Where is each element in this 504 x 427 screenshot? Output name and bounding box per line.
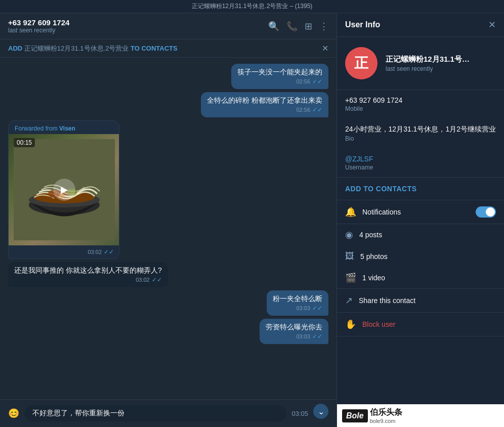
forward-source: Visen bbox=[59, 125, 75, 132]
video-container[interactable]: 00:15 ▶ bbox=[9, 134, 119, 245]
watermark-logo: Bole bbox=[342, 409, 368, 422]
info-panel-title: User Info bbox=[345, 20, 380, 29]
watermark-url: bole9.com bbox=[370, 418, 402, 424]
chat-header-actions: 🔍 📞 ⊞ ⋮ bbox=[268, 21, 328, 32]
photos-label: 5 photos bbox=[360, 252, 388, 261]
read-checkmarks: ✓✓ bbox=[152, 276, 162, 283]
user-status: last seen recently bbox=[386, 65, 470, 72]
forwarded-video-bubble: Forwarded from Visen bbox=[8, 120, 119, 259]
bio-value: 24小时营业，12月31.1号休息，1月2号继续营业 bbox=[345, 125, 496, 134]
play-button[interactable]: ▶ bbox=[53, 179, 75, 201]
read-checkmarks: ✓✓ bbox=[312, 333, 322, 340]
time-label: 03:05 bbox=[291, 410, 308, 417]
chat-status: last seen recently bbox=[8, 27, 69, 34]
notifications-label: Notifications bbox=[362, 208, 401, 216]
avatar-char: 正 bbox=[354, 54, 368, 73]
watermark: Bole 伯乐头条 bole9.com bbox=[337, 404, 504, 427]
username-value: @ZJLSF bbox=[345, 155, 496, 163]
video-read: ✓✓ bbox=[104, 248, 114, 255]
message-text: 劳资特么曝光你去 bbox=[266, 323, 322, 331]
share-contact-label: Share this contact bbox=[359, 296, 415, 305]
message-time: 03:03 bbox=[296, 305, 310, 311]
video-icon: 🎬 bbox=[345, 272, 356, 283]
phone-button[interactable]: 📞 bbox=[286, 21, 298, 32]
message-time: 03:02 bbox=[136, 277, 150, 283]
message-text: 还是我同事推的 你就这么拿别人不要的糊弄人? bbox=[14, 266, 162, 274]
username-field: @ZJLSF Username bbox=[337, 149, 504, 177]
read-checkmarks: ✓✓ bbox=[312, 305, 322, 312]
chat-panel: +63 927 609 1724 last seen recently 🔍 📞 … bbox=[0, 13, 337, 427]
message-time: 02:56 bbox=[296, 78, 310, 84]
posts-stat[interactable]: ◉ 4 posts bbox=[337, 224, 504, 246]
bio-field: 24小时营业，12月31.1号休息，1月2号继续营业 Bio bbox=[337, 119, 504, 149]
emoji-icon[interactable]: 😊 bbox=[8, 408, 19, 419]
chat-header-info: +63 927 609 1724 last seen recently bbox=[8, 18, 69, 34]
message-bubble: 粉一夹全特么断 03:03 ✓✓ bbox=[267, 290, 328, 316]
add-contacts-close-button[interactable]: ✕ bbox=[322, 44, 328, 53]
forwarded-header: Forwarded from Visen bbox=[9, 121, 119, 134]
videos-label: 1 video bbox=[362, 274, 385, 282]
columns-button[interactable]: ⊞ bbox=[305, 21, 312, 32]
message-time: 02:56 bbox=[296, 107, 310, 113]
phone-value: +63 927 609 1724 bbox=[345, 96, 496, 104]
chat-header: +63 927 609 1724 last seen recently 🔍 📞 … bbox=[0, 13, 337, 39]
message-row: 筷子一夹没一个能夹起来的 02:56 ✓✓ bbox=[8, 64, 328, 89]
video-duration: 00:15 bbox=[14, 138, 35, 147]
notifications-row: 🔔 Notifications bbox=[337, 200, 504, 224]
media-stats: ◉ 4 posts 🖼 5 photos 🎬 1 video bbox=[337, 224, 504, 289]
avatar-section: 正 正记螺蛳粉12月31.1号… last seen recently bbox=[337, 37, 504, 90]
notifications-toggle[interactable] bbox=[476, 206, 496, 218]
more-button[interactable]: ⋮ bbox=[319, 21, 328, 32]
add-contacts-text: ADD 正记螺蛳粉12月31.1号休息.2号营业 TO CONTACTS bbox=[8, 44, 178, 53]
block-user-row[interactable]: ✋ Block user bbox=[337, 313, 504, 336]
read-checkmarks: ✓✓ bbox=[312, 78, 322, 85]
posts-label: 4 posts bbox=[359, 231, 382, 239]
messages-area: 筷子一夹没一个能夹起来的 02:56 ✓✓ 全特么的碎粉 粉都泡断了还拿出来卖 … bbox=[0, 58, 337, 399]
title-bar: 正记螺蛳粉12月31.1号休息.2号营业 – (1395) bbox=[0, 0, 504, 13]
video-time: 03:02 bbox=[88, 249, 102, 255]
info-panel-header: User Info ✕ bbox=[337, 13, 504, 37]
notifications-left: 🔔 Notifications bbox=[345, 206, 401, 218]
add-to-contacts-button[interactable]: ADD TO CONTACTS bbox=[337, 178, 504, 200]
message-bubble: 还是我同事推的 你就这么拿别人不要的糊弄人? 03:02 ✓✓ bbox=[8, 262, 168, 287]
search-button[interactable]: 🔍 bbox=[268, 21, 279, 32]
actions-section: ↗ Share this contact ✋ Block user bbox=[337, 289, 504, 336]
message-text: 筷子一夹没一个能夹起来的 bbox=[237, 68, 322, 76]
add-contacts-prefix: ADD bbox=[8, 45, 24, 52]
phone-label: Mobile bbox=[345, 105, 496, 112]
message-text: 粉一夹全特么断 bbox=[273, 294, 322, 303]
message-row: Forwarded from Visen bbox=[8, 120, 328, 259]
message-row: 全特么的碎粉 粉都泡断了还拿出来卖 02:56 ✓✓ bbox=[8, 92, 328, 117]
watermark-text-main: 伯乐头条 bbox=[370, 407, 402, 418]
message-row: 还是我同事推的 你就这么拿别人不要的糊弄人? 03:02 ✓✓ bbox=[8, 262, 328, 287]
avatar: 正 bbox=[345, 47, 377, 79]
info-fields: +63 927 609 1724 Mobile 24小时营业，12月31.1号休… bbox=[337, 90, 504, 178]
scroll-to-bottom-button[interactable]: ⌄ bbox=[313, 404, 328, 419]
title-text: 正记螺蛳粉12月31.1号休息.2号营业 – (1395) bbox=[192, 3, 313, 10]
bio-label: Bio bbox=[345, 135, 496, 142]
username-label: Username bbox=[345, 164, 496, 171]
photos-icon: 🖼 bbox=[345, 251, 354, 262]
message-bubble: 全特么的碎粉 粉都泡断了还拿出来卖 02:56 ✓✓ bbox=[201, 92, 328, 117]
message-row: 劳资特么曝光你去 03:03 ✓✓ bbox=[8, 319, 328, 344]
add-contacts-bar: ADD 正记螺蛳粉12月31.1号休息.2号营业 TO CONTACTS ✕ bbox=[0, 39, 337, 58]
share-icon: ↗ bbox=[345, 295, 353, 306]
message-input[interactable] bbox=[24, 405, 286, 421]
message-row: 粉一夹全特么断 03:03 ✓✓ bbox=[8, 290, 328, 316]
phone-field: +63 927 609 1724 Mobile bbox=[337, 90, 504, 119]
user-display-name: 正记螺蛳粉12月31.1号… bbox=[386, 54, 470, 64]
message-bubble: 筷子一夹没一个能夹起来的 02:56 ✓✓ bbox=[231, 64, 328, 89]
avatar-info: 正记螺蛳粉12月31.1号… last seen recently bbox=[386, 54, 470, 72]
chat-name: +63 927 609 1724 bbox=[8, 18, 69, 27]
message-bubble: 劳资特么曝光你去 03:03 ✓✓ bbox=[260, 319, 328, 344]
videos-stat[interactable]: 🎬 1 video bbox=[337, 267, 504, 288]
share-contact-row[interactable]: ↗ Share this contact bbox=[337, 289, 504, 313]
bell-icon: 🔔 bbox=[345, 206, 356, 218]
photos-stat[interactable]: 🖼 5 photos bbox=[337, 246, 504, 267]
add-contacts-suffix: TO CONTACTS bbox=[129, 45, 177, 52]
message-text: 全特么的碎粉 粉都泡断了还拿出来卖 bbox=[207, 96, 322, 104]
user-info-panel: User Info ✕ 正 正记螺蛳粉12月31.1号… last seen r… bbox=[337, 13, 504, 427]
block-icon: ✋ bbox=[345, 319, 356, 330]
video-meta: 03:02 ✓✓ bbox=[9, 245, 119, 259]
info-panel-close-button[interactable]: ✕ bbox=[488, 19, 496, 30]
